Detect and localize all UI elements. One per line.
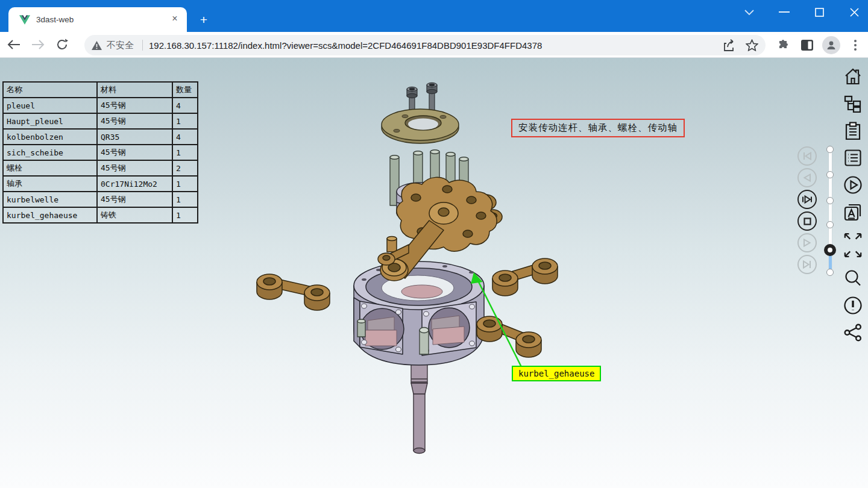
bom-cell: kolbenbolzen (3, 129, 97, 145)
bom-cell: 轴承 (3, 176, 97, 192)
titlebar: 3dast-web × + (0, 0, 868, 32)
bom-cell: QR35 (97, 129, 172, 145)
chevron-down-icon[interactable] (740, 3, 758, 21)
browser-toolbar: 不安全 192.168.30.157:11182/index.html?view… (0, 32, 868, 58)
slider-tick[interactable] (826, 171, 834, 178)
window-controls (740, 2, 863, 22)
table-row: kurbel_gehaeuse铸铁1 (3, 207, 198, 223)
model-crank-hub (387, 177, 502, 252)
viewer-toolbar (842, 67, 864, 342)
toolbar-right-icons (774, 35, 864, 55)
bom-cell: 1 (172, 176, 198, 192)
bom-cell: 1 (172, 192, 198, 207)
bom-cell: 2 (172, 160, 198, 176)
table-row: 轴承0Cr17Ni12Mo21 (3, 176, 198, 192)
model-rod-right-upper (492, 258, 558, 296)
share-icon[interactable] (843, 323, 863, 342)
url-text[interactable]: 192.168.30.157:11182/index.html?viewer=s… (149, 40, 717, 51)
table-row: pleuel45号钢4 (3, 98, 198, 113)
skip-end-icon[interactable] (797, 255, 817, 274)
table-row: kurbelwelle45号钢1 (3, 192, 198, 207)
table-row: Haupt_pleuel45号钢1 (3, 113, 198, 129)
table-row: kolbenbolzenQR354 (3, 129, 198, 145)
annotation-toggle-icon[interactable] (843, 202, 863, 222)
tab-title: 3dast-web (36, 15, 169, 24)
step-play-icon[interactable] (797, 190, 817, 209)
stop-icon[interactable] (797, 211, 817, 231)
new-tab-button[interactable]: + (197, 13, 211, 28)
omnibox-separator (142, 40, 143, 51)
model-crank-case (354, 261, 484, 365)
close-button[interactable] (845, 3, 863, 21)
slider-handle[interactable] (824, 244, 836, 256)
bom-cell: kurbel_gehaeuse (3, 207, 97, 223)
model-washer (382, 109, 459, 143)
model-rod-right-lower (477, 316, 541, 357)
minimize-button[interactable] (775, 3, 793, 21)
menu-kebab-icon[interactable] (846, 36, 864, 54)
bom-cell: 1 (172, 207, 198, 223)
extensions-puzzle-icon[interactable] (774, 36, 792, 54)
bom-header-qty: 数量 (172, 82, 198, 98)
home-icon[interactable] (843, 67, 863, 86)
warning-exclamation-icon[interactable] (843, 296, 863, 315)
zoom-magnifier-icon[interactable] (843, 269, 863, 288)
step-annotation: 安装传动连杆、轴承、螺栓、传动轴 (511, 119, 685, 137)
security-label[interactable]: 不安全 (107, 40, 134, 51)
bom-cell: sich_scheibe (3, 145, 97, 160)
tab-close-icon[interactable]: × (169, 14, 181, 26)
address-bar[interactable]: 不安全 192.168.30.157:11182/index.html?view… (84, 35, 766, 55)
skip-start-icon[interactable] (797, 146, 817, 166)
play-icon[interactable] (797, 233, 817, 252)
bom-cell: 1 (172, 145, 198, 160)
bom-cell: Haupt_pleuel (3, 113, 97, 129)
bom-cell: 螺栓 (3, 160, 97, 176)
bom-table: 名称 材料 数量 pleuel45号钢4 Haupt_pleuel45号钢1 k… (2, 81, 198, 224)
bom-cell: 45号钢 (97, 145, 172, 160)
play-circle-icon[interactable] (843, 175, 863, 195)
browser-window: 3dast-web × + (0, 0, 868, 488)
table-row: 螺栓45号钢2 (3, 160, 198, 176)
bom-cell: 4 (172, 129, 198, 145)
structure-tree-icon[interactable] (843, 94, 863, 113)
reload-button[interactable] (52, 34, 72, 55)
slider-tick[interactable] (826, 197, 834, 204)
back-button[interactable] (4, 34, 24, 55)
side-panel-icon[interactable] (798, 36, 816, 54)
security-warning-icon (92, 41, 102, 50)
bom-cell: pleuel (3, 98, 97, 113)
table-row: sich_scheibe45号钢1 (3, 145, 198, 160)
bom-cell: 45号钢 (97, 113, 172, 129)
step-back-icon[interactable] (797, 168, 817, 187)
part-label-kurbel-gehaeuse[interactable]: kurbel_gehaeuse (512, 366, 601, 381)
bom-cell: kurbelwelle (3, 192, 97, 207)
viewer-canvas[interactable]: 名称 材料 数量 pleuel45号钢4 Haupt_pleuel45号钢1 k… (0, 58, 868, 488)
bookmark-star-icon[interactable] (746, 39, 758, 51)
forward-button[interactable] (28, 34, 48, 55)
clipboard-icon[interactable] (843, 121, 863, 140)
slider-tick[interactable] (826, 146, 834, 153)
playback-controls (797, 146, 817, 274)
bom-cell: 0Cr17Ni12Mo2 (97, 176, 172, 192)
bom-header-material: 材料 (97, 82, 172, 98)
bom-cell: 45号钢 (97, 98, 172, 113)
bom-cell: 4 (172, 98, 198, 113)
vue-logo-icon (19, 15, 30, 25)
bom-cell: 铸铁 (97, 207, 172, 223)
list-icon[interactable] (843, 148, 863, 167)
bom-cell: 45号钢 (97, 192, 172, 207)
browser-tab[interactable]: 3dast-web × (8, 7, 187, 32)
maximize-button[interactable] (810, 3, 828, 21)
share-page-icon[interactable] (723, 39, 736, 51)
model-shaft (411, 352, 427, 454)
bom-header-name: 名称 (3, 82, 97, 98)
bom-header-row: 名称 材料 数量 (3, 82, 198, 98)
step-slider[interactable] (826, 148, 834, 274)
profile-avatar[interactable] (822, 36, 840, 54)
slider-tick[interactable] (826, 269, 834, 276)
model-rod-left (257, 274, 330, 310)
slider-tick[interactable] (826, 221, 834, 228)
bom-cell: 1 (172, 113, 198, 129)
fullscreen-expand-icon[interactable] (843, 230, 863, 261)
bom-cell: 45号钢 (97, 160, 172, 176)
